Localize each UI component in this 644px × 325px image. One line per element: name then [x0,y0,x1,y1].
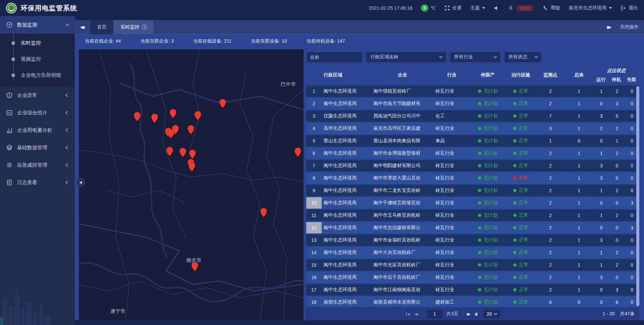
tabs-scroll-right-button[interactable]: ▶▶ [607,25,612,30]
map-pin[interactable] [172,125,179,135]
sidebar-subitem[interactable]: 实时监控 [0,35,75,51]
table-row[interactable]: 10阆中生态环境局阆中千佛镇五郎垭页岩砖瓦行业无计划正常21003 [306,197,639,209]
column-header-index [306,65,322,86]
notifications-button[interactable]: 2632 [508,5,534,11]
cell-running: 1 [593,250,609,255]
industry-filter-select[interactable]: 所有行业 [450,52,501,63]
map-pin[interactable] [260,208,267,218]
status-dot-icon [478,276,481,279]
logout-button[interactable]: 退出 [621,5,638,11]
stat-item: 当前停机设备: 147 [306,38,345,44]
sidebar-item[interactable]: 基础数据管理 [0,139,75,156]
cell-industry: 砖瓦行业 [433,163,470,169]
cell-points: 2 [536,89,565,94]
region-filter-select[interactable]: 行政区域名称 [366,52,446,63]
cell-stopped: 2 [609,250,625,255]
cell-company: 阆中强锐页岩砖厂 [372,88,434,94]
cell-stopped: 2 [609,188,625,193]
map-pin[interactable] [219,99,226,109]
map-pin[interactable] [188,162,196,172]
cell-running: 0 [593,300,609,305]
column-header-region: 行政区域 [322,65,372,86]
cell-running: 1 [593,262,609,268]
map-pin[interactable] [133,112,141,122]
table-row[interactable]: 17阆中生态环境局阆中市江南镇阆南页岩砖瓦行业无计划正常21030 [306,284,639,295]
close-tab-icon[interactable]: × [142,24,147,30]
stat-item: 当前失联企业: 3 [140,38,174,44]
cell-company: 营山县润丰肉食品有限 [372,138,434,144]
map-pin[interactable] [189,149,196,159]
table-row[interactable]: 14阆中生态环境局阆中大兴页岩机砖厂砖瓦行业无计划正常21120 [306,247,639,258]
sidebar-subitem[interactable]: 视频监控 [0,51,75,67]
cell-company: 南部县砌华水泥有限公 [372,299,434,305]
sidebar-item[interactable]: 数据监测 [0,16,75,34]
table-row[interactable]: 12阆中生态环境局阆中市忠信建材有限公砖瓦行业无计划正常21003 [306,222,639,233]
cell-stopped: 0 [609,200,625,206]
prev-page-button[interactable]: ◀◀ [414,312,419,316]
table-row[interactable]: 15阆中生态环境局阆中市光富页岩机砖厂砖瓦行业无计划正常21120 [306,259,639,271]
table-scrollbar[interactable] [636,86,639,306]
next-page-button[interactable]: ▶▶ [467,312,471,316]
tab-实时监控[interactable]: 实时监控× [114,20,154,34]
cell-points: 2 [536,188,565,193]
status-dot-icon [478,127,481,130]
close-actions-button[interactable]: 关闭操作 [620,24,639,30]
table-row[interactable]: 18南部生态环境局南部县砌华水泥有限公建材加工无计划正常60060 [306,296,639,307]
org-dropdown[interactable]: 南充市生态环境局 [569,5,612,11]
cell-facility-status: 正常 [505,212,536,218]
table-row[interactable]: 13阆中生态环境局阆中市金福旺页岩机砖砖瓦行业无计划正常21300 [306,234,639,246]
last-page-button[interactable]: ▶ [475,312,480,316]
sidebar-item[interactable]: 企业用电量分析 [0,121,75,139]
mute-button[interactable] [494,5,499,11]
tab-首页[interactable]: 首页 [90,20,113,34]
cell-region: 阆中生态环境局 [322,262,372,268]
table-row[interactable]: 9阆中生态环境局阆中市二龙长宝页岩砖砖瓦行业无计划正常21120 [306,185,639,196]
table-row[interactable]: 8阆中生态环境局阆中市枣碧大梁山页岩砖瓦行业无计划异常21300 [306,172,639,184]
table-row[interactable]: 16阆中生态环境局阆中市石子页岩机砖厂砖瓦行业无计划正常21300 [306,272,639,283]
map-pin[interactable] [187,125,195,135]
map-collapse-toggle[interactable]: ◀ [76,178,85,187]
sidebar-item[interactable]: 日志查看 [0,174,75,191]
cell-index: 8 [306,172,322,184]
chevron-left-icon [65,111,69,114]
table-row[interactable]: 5营山生态环境局营山县润丰肉食品有限食品无计划正常10010 [306,135,639,147]
name-filter-input[interactable] [306,52,363,63]
cell-company: 阆中大兴页岩机砖厂 [372,250,434,256]
table-row[interactable]: 7阆中生态环境局阆中明阳建材有限公司砖瓦行业无计划正常21300 [306,160,639,171]
tabs-scroll-left-button[interactable]: ◀◀ [80,25,86,30]
map-pin[interactable] [169,109,177,119]
table-row[interactable]: 11阆中生态环境局阆中市五马桥页岩机砖砖瓦行业无计划正常21120 [306,210,639,221]
map-pin[interactable] [166,147,173,157]
sidebar-item[interactable]: 应急减排管理 [0,156,75,174]
cell-limit-status: 无计划 [470,250,505,256]
status-filter-select[interactable]: 所有状态 [504,52,542,63]
theme-dropdown[interactable]: 主题 [470,5,485,11]
table-row[interactable]: 3仪陇生态环境局西南油气田分公司川中化工无计划正常71350 [306,110,639,122]
table-row[interactable]: 6阆中生态环境局阆中市金博瑞新型墙材砖瓦行业无计划正常21120 [306,148,639,159]
map-pin[interactable] [194,111,202,121]
stat-value: 147 [337,38,345,44]
cell-region: 阆中生态环境局 [322,150,372,156]
tab-bar: ◀◀ 首页实时监控× ▶▶ 关闭操作 [75,20,644,34]
map-panel[interactable]: 巴中市南充市遂宁市 ◀ [79,49,304,320]
map-pin[interactable] [151,113,158,123]
help-button[interactable]: 帮助 [543,5,560,11]
map-pin[interactable] [294,147,302,157]
sidebar-item[interactable]: 企业综合统计 [0,104,75,121]
status-dot-icon [478,288,481,291]
chevron-left-icon [65,180,69,184]
table-row[interactable]: 2阆中生态环境局阆中市南方节能建材有砖瓦行业无计划正常21030 [306,98,639,109]
sidebar-item[interactable]: 企业异常 [0,87,75,104]
fullscreen-button[interactable]: 全屏 [444,5,462,11]
map-pin[interactable] [179,148,186,158]
sidebar-subitem[interactable]: 企业电力负荷明细 [0,67,75,83]
cell-points: 2 [536,250,565,255]
page-size-select[interactable]: 20 [484,310,500,318]
table-row[interactable]: 1阆中生态环境局阆中强锐页岩砖厂砖瓦行业无计划正常21120 [306,86,639,97]
first-page-button[interactable]: ◀ [406,312,410,316]
table-row[interactable]: 4高坪生态环境局南充市高坪区王家店建砖瓦行业无计划正常31220 [306,123,639,134]
cell-meters: 1 [565,200,593,206]
page-number-input[interactable]: 1 [427,310,442,318]
map-pin[interactable] [191,262,199,272]
stat-item: 当前失联设备: 10 [251,38,287,44]
